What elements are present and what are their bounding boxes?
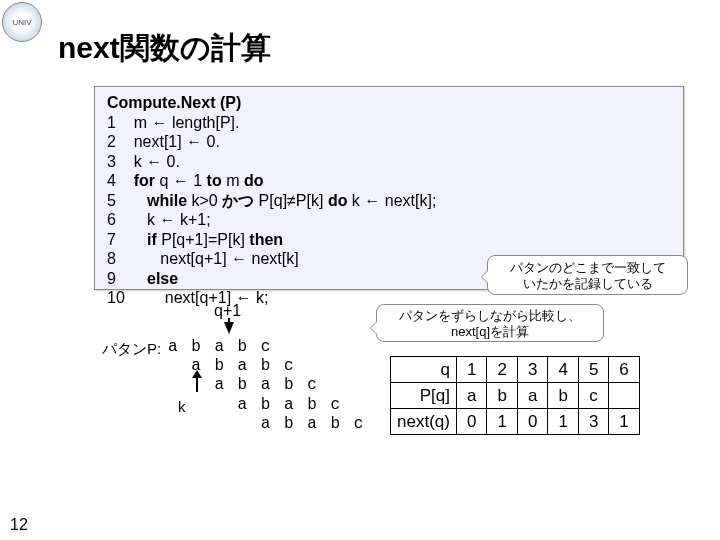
code-header: Compute.Next (P) — [107, 93, 671, 113]
slide-title: next関数の計算 — [58, 28, 271, 69]
cell: 0 — [457, 409, 487, 435]
cell: a — [457, 383, 487, 409]
callout-line: いたかを記録している — [523, 276, 653, 291]
university-logo-icon: UNIV — [2, 2, 42, 42]
pattern-shift-line: a b a b c — [168, 415, 365, 434]
table-row: P[q] a b a b c — [391, 383, 640, 409]
pattern-shift-line: a b a b c — [168, 396, 365, 415]
row-header: q — [391, 357, 457, 383]
cell: 5 — [578, 357, 608, 383]
code-line: 1 m ← length[P]. — [107, 113, 671, 133]
page-number: 12 — [10, 516, 28, 534]
callout-record: パタンのどこまで一致して いたかを記録している — [487, 255, 688, 295]
cell: 1 — [548, 409, 578, 435]
code-line: 6 k ← k+1; — [107, 210, 671, 230]
cell: 1 — [457, 357, 487, 383]
code-line: 5 while k>0 かつ P[q]≠P[k] do k ← next[k]; — [107, 191, 671, 211]
table-row: q 1 2 3 4 5 6 — [391, 357, 640, 383]
cell: 3 — [517, 357, 547, 383]
cell: a — [517, 383, 547, 409]
code-line: 2 next[1] ← 0. — [107, 132, 671, 152]
code-line: 7 if P[q+1]=P[k] then — [107, 230, 671, 250]
callout-line: next[q]を計算 — [451, 324, 529, 339]
cell: 0 — [517, 409, 547, 435]
cell: 1 — [609, 409, 639, 435]
cell: 2 — [487, 357, 517, 383]
callout-line: パタンのどこまで一致して — [510, 260, 666, 275]
cell: b — [487, 383, 517, 409]
cell: c — [578, 383, 608, 409]
cell — [609, 383, 639, 409]
code-line: 4 for q ← 1 to m do — [107, 171, 671, 191]
row-header: P[q] — [391, 383, 457, 409]
cell: b — [548, 383, 578, 409]
callout-shift: パタンをずらしながら比較し、 next[q]を計算 — [376, 304, 604, 342]
pattern-shift-line: a b a b c — [168, 338, 365, 357]
cell: 4 — [548, 357, 578, 383]
table-row: next(q) 0 1 0 1 3 1 — [391, 409, 640, 435]
callout-line: パタンをずらしながら比較し、 — [399, 308, 581, 323]
cell: 3 — [578, 409, 608, 435]
arrow-down-icon — [224, 322, 234, 334]
pattern-p-label: パタンP: — [102, 340, 161, 359]
k-label: k — [178, 398, 186, 415]
row-header: next(q) — [391, 409, 457, 435]
arrow-up-icon — [196, 376, 198, 392]
cell: 1 — [487, 409, 517, 435]
next-function-table: q 1 2 3 4 5 6 P[q] a b a b c next(q) 0 1… — [390, 356, 640, 435]
code-line: 3 k ← 0. — [107, 152, 671, 172]
cell: 6 — [609, 357, 639, 383]
